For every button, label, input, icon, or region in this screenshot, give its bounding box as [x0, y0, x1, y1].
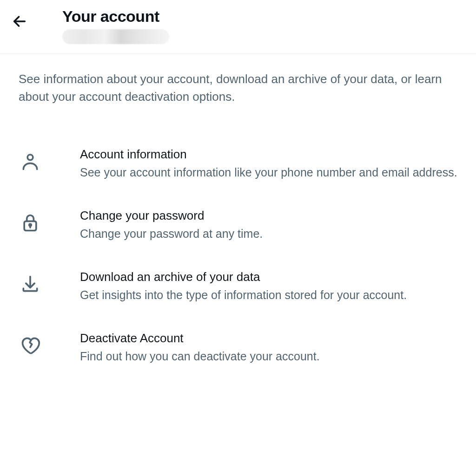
option-text: Download an archive of your data Get ins… [80, 270, 457, 303]
back-button[interactable] [9, 11, 30, 32]
lock-icon [19, 211, 42, 235]
option-change-password[interactable]: Change your password Change your passwor… [19, 195, 457, 256]
option-title: Download an archive of your data [80, 270, 457, 284]
broken-heart-icon [19, 334, 42, 357]
option-download-archive[interactable]: Download an archive of your data Get ins… [19, 256, 457, 317]
option-desc: Find out how you can deactivate your acc… [80, 348, 457, 365]
svg-point-1 [27, 155, 33, 160]
option-desc: Change your password at any time. [80, 226, 457, 242]
option-desc: See your account information like your p… [80, 164, 457, 181]
username-redacted [62, 29, 169, 44]
person-icon [19, 150, 42, 173]
page-title: Your account [62, 7, 169, 26]
option-text: Account information See your account inf… [80, 147, 457, 181]
page-description: See information about your account, down… [0, 54, 476, 115]
option-account-information[interactable]: Account information See your account inf… [19, 133, 457, 195]
header-text: Your account [62, 7, 169, 44]
arrow-left-icon [12, 13, 27, 29]
option-desc: Get insights into the type of informatio… [80, 287, 457, 303]
options-list: Account information See your account inf… [0, 115, 476, 378]
option-text: Deactivate Account Find out how you can … [80, 331, 457, 365]
option-title: Change your password [80, 209, 457, 223]
header: Your account [0, 0, 476, 54]
option-title: Account information [80, 147, 457, 162]
option-text: Change your password Change your passwor… [80, 209, 457, 242]
option-title: Deactivate Account [80, 331, 457, 346]
download-icon [19, 273, 42, 296]
option-deactivate-account[interactable]: Deactivate Account Find out how you can … [19, 317, 457, 378]
